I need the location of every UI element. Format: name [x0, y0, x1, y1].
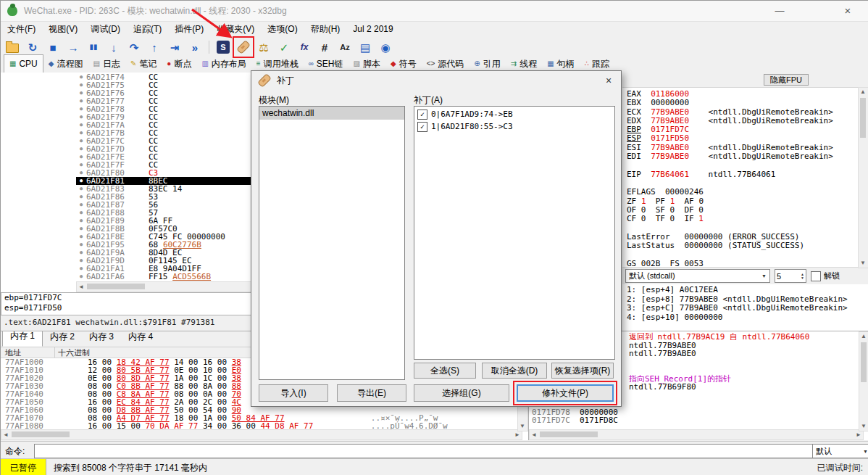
- import-button[interactable]: 导入(I): [259, 384, 328, 402]
- breakpoint-dot-icon[interactable]: ●: [76, 137, 86, 145]
- menu-file[interactable]: 文件(F): [1, 21, 42, 38]
- module-list[interactable]: wechatwin.dll: [259, 106, 405, 380]
- pick-groups-button[interactable]: 选择组(G): [414, 384, 509, 402]
- module-list-item[interactable]: wechatwin.dll: [259, 107, 404, 120]
- tab-graph[interactable]: ◆流程图: [43, 55, 88, 73]
- command-profile-select[interactable]: 默认 ▼: [812, 444, 868, 458]
- command-input[interactable]: [34, 444, 814, 458]
- breakpoint-dot-icon[interactable]: ●: [76, 273, 86, 281]
- argument-count-stepper[interactable]: 5 ▲▼: [775, 269, 806, 283]
- scroll-right-arrow[interactable]: ►: [856, 432, 861, 438]
- breakpoint-dot-icon[interactable]: ●: [76, 265, 86, 273]
- register-line[interactable]: EDI 77B9ABE0 <ntdll.DbgUiRemoteBreakin>: [627, 152, 864, 161]
- step-into-icon[interactable]: ↓: [105, 38, 122, 56]
- argument-line[interactable]: 4: [esp+10] 00000000: [627, 313, 848, 323]
- scrollbar-thumb[interactable]: [540, 431, 598, 437]
- checkbox-box[interactable]: [811, 271, 821, 281]
- restart-icon[interactable]: ↻: [24, 38, 41, 56]
- preferences-scales-icon[interactable]: ⚖: [255, 38, 272, 56]
- scroll-down-arrow[interactable]: ▼: [861, 424, 867, 429]
- register-line[interactable]: CF 0 TF 0 IF 1: [627, 215, 864, 223]
- menu-help[interactable]: 帮助(H): [304, 21, 347, 38]
- breakpoint-dot-icon[interactable]: ●: [76, 257, 86, 265]
- patch-file-button[interactable]: 修补文件(P): [517, 384, 614, 402]
- dialog-close-button[interactable]: ×: [598, 73, 619, 88]
- calculator-fx-icon[interactable]: fx: [296, 38, 313, 56]
- memory-tab-3[interactable]: 内存 3: [82, 331, 121, 347]
- patch-checkbox[interactable]: ✓: [417, 110, 427, 120]
- breakpoint-dot-icon[interactable]: ●: [76, 121, 86, 129]
- breakpoint-dot-icon[interactable]: ●: [76, 73, 86, 81]
- minimize-button[interactable]: —: [763, 1, 796, 21]
- breakpoint-dot-icon[interactable]: ●: [76, 113, 86, 121]
- scroll-left-arrow[interactable]: ◄: [531, 432, 537, 438]
- breakpoint-dot-icon[interactable]: ●: [76, 217, 86, 225]
- step-over-icon[interactable]: ↷: [125, 38, 143, 56]
- breakpoint-dot-icon[interactable]: ●: [76, 249, 86, 257]
- memory-tab-4[interactable]: 内存 4: [121, 331, 160, 347]
- close-button[interactable]: ×: [831, 1, 864, 21]
- memory-tab-1[interactable]: 内存 1: [2, 331, 43, 347]
- restore-selection-button[interactable]: 恢复选择项(R): [551, 363, 614, 379]
- breakpoint-dot-icon[interactable]: ●: [76, 233, 86, 241]
- breakpoint-dot-icon[interactable]: ●: [76, 81, 86, 89]
- patch-checkbox[interactable]: ✓: [417, 122, 427, 132]
- scroll-up-arrow[interactable]: ▲: [860, 89, 866, 95]
- stack-row[interactable]: 0171FD7C0171FD8C: [529, 416, 868, 425]
- check-icon[interactable]: ✓: [275, 38, 293, 56]
- strings-icon[interactable]: Az: [336, 38, 354, 56]
- breakpoint-dot-icon[interactable]: ●: [76, 209, 86, 217]
- scrollbar-thumb[interactable]: [860, 98, 866, 138]
- export-button[interactable]: 导出(E): [337, 384, 406, 402]
- breakpoint-dot-icon[interactable]: ●: [76, 145, 86, 153]
- memory-tab-2[interactable]: 内存 2: [43, 331, 82, 347]
- menu-options[interactable]: 选项(O): [261, 21, 304, 38]
- open-file-icon[interactable]: [4, 38, 21, 56]
- dump-horizontal-scrollbar[interactable]: ◄ ►: [1, 429, 522, 440]
- stop-icon[interactable]: ■: [44, 38, 62, 56]
- patch-list-item[interactable]: ✓0|6A7F1AD9:74->EB: [414, 108, 614, 120]
- breakpoint-dot-icon[interactable]: ●: [76, 201, 86, 209]
- tab-breakpoints[interactable]: ●断点: [162, 55, 196, 73]
- stack-horizontal-scrollbar[interactable]: ◄ ►: [529, 429, 864, 440]
- register-line[interactable]: EIP 77B64061 ntdll.77B64061: [627, 170, 864, 179]
- tab-cpu[interactable]: ▦CPU: [4, 54, 43, 73]
- patch-list-item[interactable]: ✓1|6AD21F80:55->C3: [414, 120, 614, 133]
- breakpoint-dot-icon[interactable]: ●: [76, 241, 86, 249]
- patch-list[interactable]: ✓0|6A7F1AD9:74->EB✓1|6AD21F80:55->C3: [414, 106, 615, 360]
- menu-debug[interactable]: 调试(D): [84, 21, 127, 38]
- breakpoint-dot-icon[interactable]: ●: [76, 169, 86, 177]
- spinner-arrows-icon[interactable]: ▲▼: [801, 273, 804, 280]
- breakpoint-dot-icon[interactable]: ●: [76, 89, 86, 97]
- breakpoint-dot-icon[interactable]: ●: [76, 153, 86, 161]
- menu-view[interactable]: 视图(V): [42, 21, 84, 38]
- tab-memory-map[interactable]: ▥内存布局: [196, 55, 251, 73]
- hide-fpu-button[interactable]: 隐藏FPU: [764, 74, 809, 86]
- register-line[interactable]: LastStatus 00000000 (STATUS_SUCCESS): [627, 241, 864, 250]
- scroll-down-arrow[interactable]: ▼: [860, 260, 866, 266]
- breakpoint-dot-icon[interactable]: ●: [76, 225, 86, 233]
- scrollbar-thumb[interactable]: [87, 284, 145, 289]
- tab-notes[interactable]: ✎笔记: [125, 55, 162, 73]
- scroll-left-arrow[interactable]: ◄: [3, 432, 9, 438]
- eye-icon[interactable]: ◉: [377, 38, 394, 56]
- run-to-user-code-icon[interactable]: ⇥: [166, 38, 183, 56]
- scroll-down-arrow[interactable]: ▼: [519, 424, 525, 429]
- hash-icon[interactable]: #: [316, 38, 333, 56]
- breakpoint-dot-icon[interactable]: ●: [76, 105, 86, 113]
- deselect-all-button[interactable]: 取消全选(D): [482, 363, 547, 379]
- tab-log[interactable]: ▤日志: [88, 55, 125, 73]
- scroll-up-arrow[interactable]: ▲: [861, 334, 867, 339]
- scrollbar-thumb[interactable]: [861, 342, 867, 382]
- unlock-checkbox[interactable]: 解锁: [811, 270, 840, 281]
- scroll-left-arrow[interactable]: ◄: [78, 284, 84, 290]
- scroll-right-arrow[interactable]: ►: [514, 432, 520, 438]
- stack-vertical-scrollbar[interactable]: ▲ ▼: [859, 331, 868, 431]
- run-icon[interactable]: →: [64, 38, 82, 56]
- execute-till-return-icon[interactable]: ↑: [146, 38, 163, 56]
- scrollbar-thumb[interactable]: [12, 431, 70, 437]
- breakpoint-dot-icon[interactable]: ●: [76, 177, 86, 185]
- breakpoint-dot-icon[interactable]: ●: [76, 129, 86, 137]
- breakpoint-dot-icon[interactable]: ●: [76, 161, 86, 169]
- pause-icon[interactable]: ▮▮: [85, 38, 102, 56]
